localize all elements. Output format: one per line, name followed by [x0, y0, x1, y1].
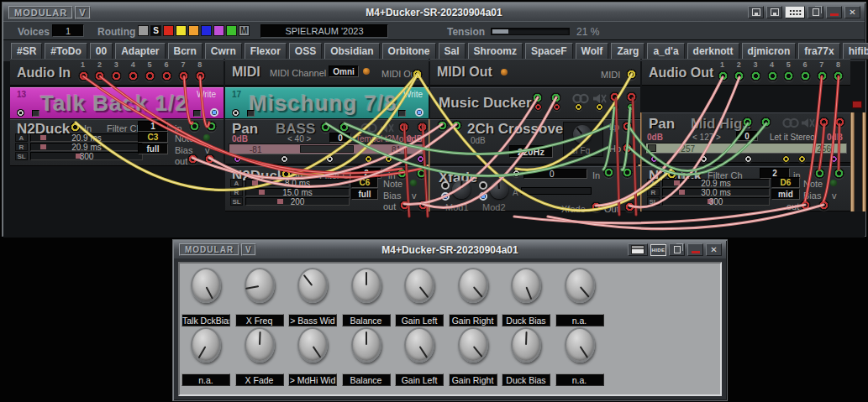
knob-n-a[interactable]	[565, 327, 595, 363]
mod-jack-purple[interactable]	[830, 155, 838, 163]
tab-cwrn[interactable]: Cwrn	[205, 43, 242, 60]
mod2-knob[interactable]	[490, 180, 508, 199]
routing-swatch[interactable]	[176, 25, 187, 36]
tab-shroomz[interactable]: Shroomz	[468, 43, 523, 60]
hp-out-jack[interactable]	[622, 143, 633, 154]
tab-bcrn[interactable]: Bcrn	[168, 43, 203, 60]
audio-jack-green[interactable]	[767, 70, 778, 81]
param-slider[interactable]: 300	[30, 152, 143, 160]
routing-swatch[interactable]	[138, 25, 149, 36]
write-radio[interactable]	[210, 108, 218, 117]
tab-spacef[interactable]: SpaceF	[525, 43, 573, 60]
note-value[interactable]: C6	[351, 177, 378, 188]
mod-jack-red[interactable]	[553, 103, 560, 111]
bias-value[interactable]: full	[351, 189, 378, 200]
audio-jack-green[interactable]	[817, 70, 828, 81]
tab-wolf[interactable]: Wolf	[576, 43, 609, 60]
audio-jack-red[interactable]	[94, 70, 105, 81]
mod-jack-white[interactable]	[17, 109, 24, 117]
mod1-radio-a[interactable]	[441, 181, 450, 190]
note-value[interactable]: D6	[771, 177, 800, 188]
routing-swatch[interactable]	[226, 25, 237, 36]
tab-a-d-a[interactable]: a_d'a	[647, 43, 684, 60]
mod-jack-purple[interactable]	[417, 155, 424, 163]
audio-jack-red[interactable]	[178, 70, 189, 81]
mini-button[interactable]	[32, 110, 39, 117]
mod-jack-white[interactable]	[700, 155, 708, 163]
tab-hifiboom[interactable]: hifiboom	[843, 43, 868, 60]
tab-fra77x[interactable]: fra77x	[798, 43, 839, 60]
tab-flexor[interactable]: Flexor	[245, 43, 287, 60]
out-jack-red[interactable]	[418, 200, 429, 211]
mod-jack-yellow[interactable]	[782, 155, 790, 163]
mini-button[interactable]	[398, 110, 406, 117]
main-titlebar[interactable]: M4+Ducker-SR-20230904a01 MODULAR V ✕	[3, 3, 865, 21]
param-slider[interactable]: 300	[662, 197, 770, 206]
a-slider[interactable]	[521, 187, 592, 195]
pages-icon[interactable]	[808, 6, 823, 18]
pages-icon[interactable]	[669, 243, 685, 256]
voices-value[interactable]: 1	[52, 24, 84, 37]
knob-mdhi-wid[interactable]	[297, 327, 328, 363]
patch-name-field[interactable]: SPIELRAUM '2023	[260, 24, 388, 38]
audio-jack-green[interactable]	[718, 70, 729, 81]
bias-value[interactable]: mid	[771, 189, 800, 200]
mini-button[interactable]	[247, 110, 255, 117]
tab-00[interactable]: 00	[90, 43, 113, 60]
in-jack-green[interactable]	[603, 167, 614, 178]
tab-orbitone[interactable]: Orbitone	[382, 43, 436, 60]
tab-sal[interactable]: Sal	[439, 43, 466, 60]
mod-jack-yellow[interactable]	[596, 103, 603, 111]
write-radio[interactable]	[415, 108, 423, 117]
mod-jack-yellow[interactable]	[798, 155, 806, 163]
out-jack-red[interactable]	[204, 154, 215, 164]
mod-jack-white[interactable]	[326, 155, 334, 163]
knob-duck-bias[interactable]	[511, 327, 541, 363]
audio-jack-green[interactable]	[783, 70, 794, 81]
param-slider[interactable]: 200	[245, 197, 350, 206]
hide-button[interactable]: HIDE	[650, 243, 666, 256]
audio-jack-red[interactable]	[111, 70, 122, 81]
audio-jack-red[interactable]	[145, 70, 155, 81]
close-icon[interactable]: ✕	[844, 6, 860, 18]
mod-jack-green[interactable]	[611, 103, 618, 111]
tab-adapter[interactable]: Adapter	[115, 43, 165, 60]
tab-zarg[interactable]: Zarg	[611, 43, 644, 60]
routing-swatch-s[interactable]: S	[150, 25, 161, 36]
routing-swatch[interactable]	[201, 25, 212, 36]
out-jack-red[interactable]	[187, 154, 198, 164]
tab-oss[interactable]: OSS	[289, 43, 322, 60]
out-jack-red[interactable]	[399, 200, 410, 211]
mod1-knob[interactable]	[452, 180, 471, 199]
audio-jack-green[interactable]	[734, 70, 744, 81]
crossover-freq-knob[interactable]	[573, 125, 592, 144]
audio-jack-red[interactable]	[128, 70, 139, 81]
mod1-radio-b[interactable]	[441, 192, 450, 201]
knob-balance[interactable]	[351, 327, 381, 363]
midi-channel-value[interactable]: Omni	[329, 65, 359, 77]
save-as-icon[interactable]	[766, 6, 782, 18]
param-slider[interactable]: 20.9 ms	[30, 143, 143, 151]
xfade-value[interactable]: 0	[523, 169, 587, 179]
note-value[interactable]: C3	[138, 132, 168, 143]
window-view-icon[interactable]	[628, 243, 648, 256]
knob-n-a[interactable]	[191, 327, 221, 363]
mod2-radio-b[interactable]	[479, 192, 487, 201]
mod-jack-white[interactable]	[281, 155, 288, 163]
param-slider[interactable]: 8.0 ms	[245, 179, 350, 187]
mod-jack-green[interactable]	[627, 103, 634, 111]
mini-button[interactable]	[193, 110, 201, 117]
audio-jack-red[interactable]	[161, 70, 172, 81]
routing-swatch[interactable]	[213, 25, 224, 36]
knob-x-fade[interactable]	[245, 327, 275, 363]
out-jack-red[interactable]	[624, 201, 635, 212]
tension-slider[interactable]	[491, 28, 570, 35]
save-icon[interactable]	[748, 6, 764, 18]
mod-jack-yellow[interactable]	[575, 103, 582, 111]
minimize-icon[interactable]	[687, 243, 703, 256]
mod-jack-purple[interactable]	[650, 155, 658, 163]
close-icon[interactable]: ✕	[706, 243, 722, 256]
mod-jack-yellow[interactable]	[365, 155, 372, 163]
panel-titlebar[interactable]: M4+Ducker-SR-20230904a01 MODULAR V HIDE …	[174, 241, 726, 258]
param-slider[interactable]: 20.9 ms	[30, 133, 143, 142]
